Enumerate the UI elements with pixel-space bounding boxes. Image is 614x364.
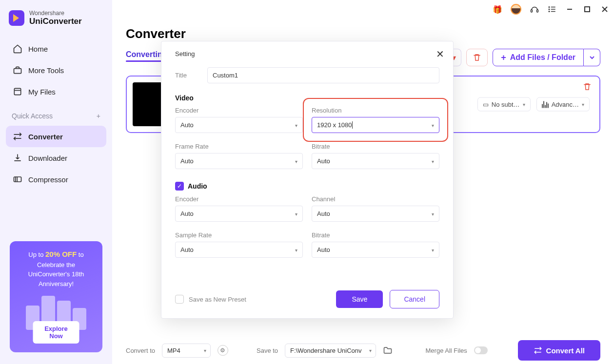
field-label: Frame Rate [175, 143, 303, 150]
delete-all-button[interactable] [466, 49, 488, 66]
chevron-down-icon: ▾ [432, 211, 434, 216]
save-button[interactable]: Save [336, 290, 383, 308]
card-delete-icon[interactable] [583, 82, 592, 93]
settings-gear-icon[interactable]: ⚙ [218, 345, 228, 356]
sidebar-label: Compressor [28, 175, 68, 184]
save-preset-label: Save as New Preset [189, 296, 246, 303]
audio-encoder-select[interactable]: Auto▾ [175, 206, 303, 222]
video-resolution-select[interactable]: 1920 x 1080▾ [312, 117, 439, 133]
promo-banner: Up to 20% OFF to Celebrate the UniConver… [10, 241, 102, 352]
select-value: Auto [180, 246, 194, 253]
download-icon [13, 153, 22, 163]
toolbox-icon [13, 65, 22, 75]
modal-heading: Setting [175, 50, 439, 57]
plus-icon: + [501, 53, 506, 63]
add-quick-icon[interactable]: + [97, 112, 100, 120]
compressor-icon [13, 174, 22, 184]
sidebar-item-more-tools[interactable]: More Tools [6, 59, 106, 81]
convert-to-label: Convert to [126, 347, 155, 354]
video-framerate-select[interactable]: Auto▾ [175, 153, 303, 169]
audio-section-heading: Audio [188, 182, 207, 190]
brand-top: Wondershare [29, 10, 82, 17]
files-icon [13, 87, 22, 96]
sidebar-label: More Tools [28, 66, 64, 75]
output-format-select[interactable]: MP4 ▾ [162, 344, 211, 358]
select-value: Auto [317, 157, 330, 165]
cancel-button[interactable]: Cancel [390, 290, 439, 308]
sidebar-item-downloader[interactable]: Downloader [6, 147, 106, 169]
audio-bitrate-select[interactable]: Auto▾ [312, 242, 439, 258]
chevron-down-icon: ▾ [204, 348, 206, 353]
video-bitrate-field: Bitrate Auto▾ [312, 143, 439, 169]
resolution-field-highlight: Resolution 1920 x 1080▾ [308, 103, 443, 137]
title-input[interactable] [207, 67, 439, 83]
convert-all-button[interactable]: Convert All [518, 340, 600, 361]
add-files-button[interactable]: + Add Files / Folder [493, 49, 584, 66]
audio-checkbox[interactable]: ✓ [175, 182, 184, 191]
samplerate-field: Sample Rate Auto▾ [175, 231, 303, 258]
open-folder-icon[interactable] [383, 345, 393, 355]
modal-close-icon[interactable]: ✕ [436, 48, 444, 60]
advanced-pill[interactable]: Advanc… ▾ [536, 97, 590, 112]
field-label: Bitrate [312, 143, 439, 150]
sidebar-label: Home [28, 45, 48, 53]
explore-now-button[interactable]: Explore Now [33, 321, 79, 344]
save-to-label: Save to [257, 347, 278, 354]
save-path-select[interactable]: F:\Wondershare UniConv ▾ [285, 344, 376, 358]
select-value: 1920 x 1080 [317, 121, 352, 129]
field-label: Channel [312, 195, 439, 203]
add-files-dropdown[interactable] [584, 49, 600, 66]
chevron-down-icon: ▾ [582, 102, 584, 107]
select-value: Auto [317, 246, 330, 253]
field-label: Bitrate [312, 231, 439, 239]
advanced-label: Advanc… [552, 101, 579, 108]
sidebar-item-compressor[interactable]: Compressor [6, 169, 106, 190]
audio-encoder-field: Encoder Auto▾ [175, 195, 303, 222]
framerate-field: Frame Rate Auto▾ [175, 143, 303, 169]
add-files-label: Add Files / Folder [510, 53, 575, 62]
field-label: Encoder [175, 107, 303, 114]
brand-bottom: UniConverter [29, 17, 82, 26]
sidebar-label: Downloader [28, 154, 67, 162]
home-icon [13, 44, 22, 54]
video-section-heading: Video [175, 94, 439, 102]
converter-icon [13, 132, 22, 141]
sidebar-item-home[interactable]: Home [6, 38, 106, 59]
app-logo: Wondershare UniConverter [0, 10, 112, 35]
audio-channel-select[interactable]: Auto▾ [312, 206, 439, 222]
subtitle-label: No subt… [492, 101, 520, 108]
audio-section-header: ✓ Audio [175, 182, 439, 191]
equalizer-icon [542, 101, 549, 108]
chevron-down-icon: ▾ [523, 102, 525, 107]
chevron-down-icon: ▾ [432, 158, 434, 164]
select-value: Auto [180, 121, 194, 129]
video-encoder-select[interactable]: Auto▾ [175, 117, 303, 133]
svg-rect-13 [14, 88, 20, 95]
output-format-value: MP4 [167, 347, 180, 354]
sidebar-item-my-files[interactable]: My Files [6, 81, 106, 102]
sidebar-item-converter[interactable]: Converter [6, 126, 106, 147]
audio-bitrate-field: Bitrate Auto▾ [312, 231, 439, 258]
logo-icon [9, 10, 24, 26]
chevron-down-icon: ▾ [295, 122, 297, 128]
encoder-field: Encoder Auto▾ [175, 107, 303, 133]
chevron-down-icon: ▾ [432, 247, 434, 252]
save-preset-checkbox[interactable] [175, 295, 184, 304]
field-label: Encoder [175, 195, 303, 203]
select-value: Auto [317, 210, 330, 217]
save-path-value: F:\Wondershare UniConv [290, 347, 361, 354]
subtitle-pill[interactable]: ▭ No subt… ▾ [477, 97, 531, 112]
merge-toggle[interactable] [474, 346, 488, 354]
chevron-down-icon: ▾ [295, 247, 297, 252]
merge-label: Merge All Files [426, 347, 467, 354]
svg-rect-12 [14, 69, 21, 74]
quick-access-header: Quick Access + [0, 105, 112, 123]
chevron-down-icon: ▾ [432, 122, 434, 128]
audio-samplerate-select[interactable]: Auto▾ [175, 242, 303, 258]
promo-text: Up to 20% OFF to Celebrate the UniConver… [15, 249, 98, 288]
chevron-down-icon: ▾ [369, 348, 372, 353]
page-title: Converter [126, 26, 600, 41]
video-bitrate-select[interactable]: Auto▾ [312, 153, 439, 169]
channel-field: Channel Auto▾ [312, 195, 439, 222]
field-label: Resolution [312, 107, 439, 114]
